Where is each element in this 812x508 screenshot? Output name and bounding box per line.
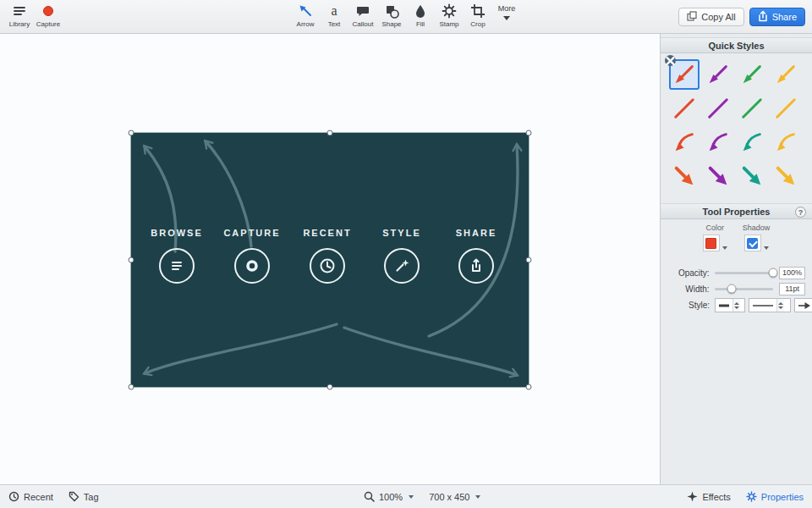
text-tool-icon: a	[331, 3, 337, 19]
tool-shape[interactable]: Shape	[377, 0, 406, 28]
opacity-label: Opacity:	[661, 268, 710, 278]
quick-style-swatch[interactable]	[669, 161, 700, 191]
quick-styles-grid	[669, 59, 801, 191]
line-start-preview	[716, 299, 732, 312]
line-start-select[interactable]	[715, 298, 745, 312]
magic-wand-icon	[384, 248, 420, 284]
fill-tool-icon	[413, 3, 428, 19]
quick-style-swatch[interactable]	[737, 59, 767, 90]
tool-arrow[interactable]: Arrow	[291, 0, 320, 28]
line-start-stepper[interactable]	[732, 299, 740, 312]
opacity-value[interactable]: 100%	[779, 267, 805, 279]
captured-image[interactable]: BROWSE CAPTURE RECENT STYLE	[131, 133, 529, 387]
quick-style-swatch[interactable]	[737, 161, 767, 191]
shape-tool-icon	[384, 3, 399, 19]
image-item-capture: CAPTURE	[217, 228, 288, 284]
shadow-checkbox[interactable]	[744, 235, 761, 251]
image-item-style: STYLE	[366, 228, 437, 284]
canvas-size-control[interactable]: 700 x 450	[429, 492, 480, 502]
quick-style-swatch[interactable]	[771, 93, 801, 124]
share-icon	[758, 10, 768, 24]
magnifier-icon	[364, 491, 375, 502]
shadow-dropdown-caret[interactable]	[764, 246, 769, 250]
canvas-area[interactable]: BROWSE CAPTURE RECENT STYLE	[0, 34, 660, 484]
size-caret	[475, 495, 480, 499]
effects-button[interactable]: Effects	[687, 491, 730, 502]
library-button[interactable]: Library	[5, 0, 34, 28]
quick-style-swatch[interactable]	[703, 161, 733, 191]
color-dropdown-caret[interactable]	[722, 246, 727, 250]
color-swatch[interactable]	[703, 235, 720, 251]
image-item-recent: RECENT	[292, 228, 363, 284]
remove-style-badge[interactable]	[665, 55, 676, 66]
line-style-stepper[interactable]	[776, 299, 784, 312]
zoom-value: 100%	[379, 492, 403, 502]
properties-gear-icon	[746, 491, 757, 502]
quick-style-swatch[interactable]	[669, 59, 700, 90]
resize-handle-e[interactable]	[526, 257, 532, 263]
image-item-share: SHARE	[441, 228, 512, 284]
line-end-select[interactable]	[794, 298, 812, 312]
library-icon	[12, 3, 27, 19]
quick-style-swatch[interactable]	[703, 93, 733, 124]
record-icon	[234, 248, 270, 284]
width-label: Width:	[661, 284, 710, 294]
quick-style-swatch[interactable]	[771, 161, 801, 191]
line-style-preview	[749, 299, 776, 312]
more-tools-button[interactable]: More	[492, 0, 521, 28]
callout-tool-icon	[355, 3, 370, 19]
quick-style-swatch[interactable]	[771, 59, 801, 90]
shadow-control[interactable]: Shadow	[743, 224, 771, 251]
quick-style-swatch[interactable]	[737, 127, 767, 157]
resize-handle-se[interactable]	[526, 384, 532, 390]
resize-handle-w[interactable]	[129, 257, 134, 263]
tag-icon	[69, 491, 80, 502]
quick-style-swatch[interactable]	[703, 59, 733, 90]
resize-handle-ne[interactable]	[526, 130, 532, 136]
capture-button[interactable]: Capture	[34, 0, 63, 28]
canvas-size-value: 700 x 450	[429, 492, 469, 502]
tool-callout[interactable]: Callout	[348, 0, 377, 28]
library-label: Library	[9, 20, 30, 28]
capture-label: Capture	[36, 20, 60, 28]
zoom-control[interactable]: 100%	[364, 491, 414, 502]
top-toolbar: Library Capture Arrow a Text	[0, 0, 812, 34]
width-slider[interactable]	[715, 288, 774, 290]
recent-button[interactable]: Recent	[8, 491, 53, 502]
style-label: Style:	[661, 301, 710, 310]
copy-all-button[interactable]: Copy All	[678, 8, 743, 26]
line-style-select[interactable]	[749, 298, 791, 312]
resize-handle-s[interactable]	[327, 384, 333, 390]
properties-button[interactable]: Properties	[746, 491, 804, 502]
image-item-browse: BROWSE	[141, 228, 212, 284]
quick-style-swatch[interactable]	[669, 93, 700, 124]
recent-clock-icon	[8, 491, 19, 502]
tool-fill[interactable]: Fill	[406, 0, 435, 28]
tool-text[interactable]: a Text	[320, 0, 348, 28]
clock-icon	[310, 248, 345, 284]
color-control[interactable]: Color	[703, 224, 727, 251]
menu-icon	[159, 248, 195, 284]
opacity-slider[interactable]	[715, 272, 774, 274]
tool-stamp[interactable]: Stamp	[435, 0, 464, 28]
stamp-tool-icon	[442, 3, 457, 19]
width-value[interactable]: 11pt	[779, 283, 805, 295]
quick-style-swatch[interactable]	[703, 127, 733, 157]
quick-style-swatch[interactable]	[669, 127, 700, 157]
resize-handle-sw[interactable]	[129, 384, 134, 390]
capture-icon	[43, 3, 53, 19]
status-bar: Recent Tag 100% 700 x 450 Effects	[0, 484, 812, 508]
share-box-icon	[458, 248, 494, 284]
share-button[interactable]: Share	[749, 8, 805, 26]
crop-tool-icon	[470, 3, 486, 19]
arrow-tool-icon	[298, 3, 313, 19]
help-button[interactable]: ?	[795, 207, 806, 218]
chevron-down-icon	[503, 16, 510, 20]
tool-crop[interactable]: Crop	[464, 0, 492, 28]
tool-properties-header: Tool Properties ?	[661, 203, 812, 219]
resize-handle-nw[interactable]	[129, 130, 134, 136]
resize-handle-n[interactable]	[327, 130, 333, 136]
tag-button[interactable]: Tag	[69, 491, 99, 502]
quick-style-swatch[interactable]	[737, 93, 767, 124]
quick-style-swatch[interactable]	[771, 127, 801, 157]
